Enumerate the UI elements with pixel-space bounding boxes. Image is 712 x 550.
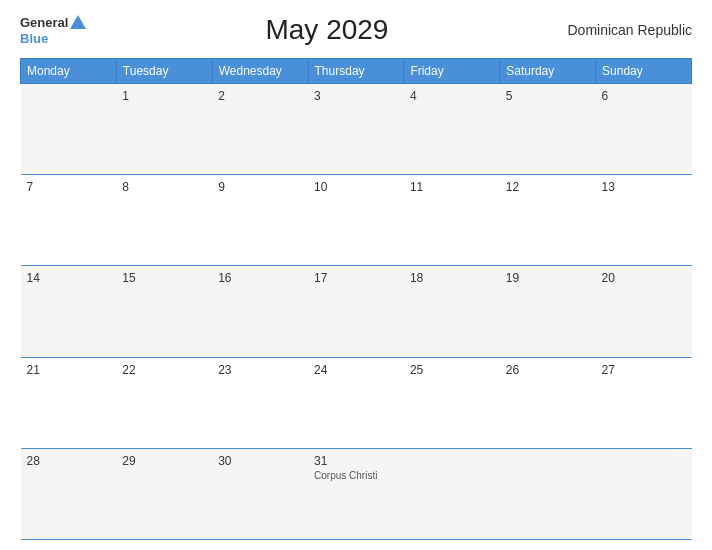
calendar-day-cell: 1 — [116, 84, 212, 175]
calendar-day-cell: 11 — [404, 175, 500, 266]
logo-triangle-icon — [70, 15, 86, 29]
day-number: 15 — [122, 271, 206, 285]
day-number: 4 — [410, 89, 494, 103]
col-wednesday: Wednesday — [212, 59, 308, 84]
calendar-day-cell: 6 — [596, 84, 692, 175]
calendar-body: 1234567891011121314151617181920212223242… — [21, 84, 692, 540]
col-tuesday: Tuesday — [116, 59, 212, 84]
region-label: Dominican Republic — [567, 22, 692, 38]
day-number: 3 — [314, 89, 398, 103]
logo: General Blue — [20, 15, 86, 46]
day-number: 5 — [506, 89, 590, 103]
calendar-day-cell: 5 — [500, 84, 596, 175]
calendar-day-cell — [21, 84, 117, 175]
calendar-day-cell — [500, 448, 596, 539]
calendar-day-cell: 4 — [404, 84, 500, 175]
calendar-day-cell: 26 — [500, 357, 596, 448]
day-number: 14 — [27, 271, 111, 285]
calendar-day-cell: 30 — [212, 448, 308, 539]
day-number: 8 — [122, 180, 206, 194]
logo-blue-text: Blue — [20, 31, 48, 46]
day-number: 13 — [602, 180, 686, 194]
day-number: 16 — [218, 271, 302, 285]
day-number: 27 — [602, 363, 686, 377]
calendar-day-cell: 10 — [308, 175, 404, 266]
day-number: 28 — [27, 454, 111, 468]
calendar-day-cell: 8 — [116, 175, 212, 266]
calendar-day-cell: 3 — [308, 84, 404, 175]
calendar-day-cell: 24 — [308, 357, 404, 448]
calendar-day-cell — [404, 448, 500, 539]
calendar-day-cell: 15 — [116, 266, 212, 357]
day-number: 25 — [410, 363, 494, 377]
day-number: 2 — [218, 89, 302, 103]
calendar-day-cell: 31Corpus Christi — [308, 448, 404, 539]
event-label: Corpus Christi — [314, 470, 398, 481]
calendar-day-cell: 17 — [308, 266, 404, 357]
calendar-day-cell: 29 — [116, 448, 212, 539]
calendar-day-cell: 28 — [21, 448, 117, 539]
col-monday: Monday — [21, 59, 117, 84]
day-number: 10 — [314, 180, 398, 194]
day-number: 11 — [410, 180, 494, 194]
day-number: 12 — [506, 180, 590, 194]
calendar-day-cell: 14 — [21, 266, 117, 357]
calendar-title: May 2029 — [265, 14, 388, 46]
calendar-day-cell: 7 — [21, 175, 117, 266]
calendar-day-cell: 16 — [212, 266, 308, 357]
day-number: 18 — [410, 271, 494, 285]
calendar-day-cell: 25 — [404, 357, 500, 448]
day-number: 21 — [27, 363, 111, 377]
day-number: 6 — [602, 89, 686, 103]
day-number: 17 — [314, 271, 398, 285]
day-number: 22 — [122, 363, 206, 377]
calendar-day-cell: 12 — [500, 175, 596, 266]
calendar-day-cell: 19 — [500, 266, 596, 357]
calendar-day-cell: 27 — [596, 357, 692, 448]
calendar-day-cell: 22 — [116, 357, 212, 448]
day-number: 31 — [314, 454, 398, 468]
day-number: 19 — [506, 271, 590, 285]
col-saturday: Saturday — [500, 59, 596, 84]
day-number: 1 — [122, 89, 206, 103]
calendar-day-cell: 18 — [404, 266, 500, 357]
calendar-day-cell: 13 — [596, 175, 692, 266]
calendar-day-cell: 21 — [21, 357, 117, 448]
day-number: 9 — [218, 180, 302, 194]
day-number: 29 — [122, 454, 206, 468]
day-number: 26 — [506, 363, 590, 377]
day-number: 20 — [602, 271, 686, 285]
calendar-table: Monday Tuesday Wednesday Thursday Friday… — [20, 58, 692, 540]
calendar-day-cell: 23 — [212, 357, 308, 448]
day-number: 7 — [27, 180, 111, 194]
calendar-day-cell: 9 — [212, 175, 308, 266]
calendar-header: General Blue May 2029 Dominican Republic — [20, 10, 692, 50]
col-thursday: Thursday — [308, 59, 404, 84]
calendar-header-row: Monday Tuesday Wednesday Thursday Friday… — [21, 59, 692, 84]
day-number: 24 — [314, 363, 398, 377]
calendar-day-cell: 20 — [596, 266, 692, 357]
day-number: 23 — [218, 363, 302, 377]
col-sunday: Sunday — [596, 59, 692, 84]
day-number: 30 — [218, 454, 302, 468]
calendar-day-cell: 2 — [212, 84, 308, 175]
col-friday: Friday — [404, 59, 500, 84]
calendar-day-cell — [596, 448, 692, 539]
logo-general-text: General — [20, 15, 68, 30]
